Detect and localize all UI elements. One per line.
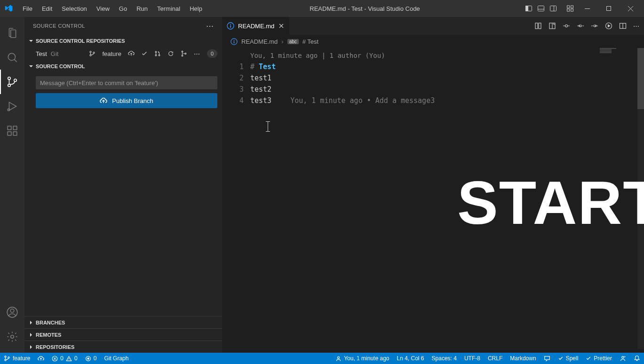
publish-branch-button[interactable]: Publish Branch — [36, 93, 217, 108]
menu-view[interactable]: View — [92, 0, 114, 17]
status-notifications-bell[interactable] — [630, 353, 644, 364]
layout-sidebar-right-icon[interactable] — [547, 0, 559, 17]
svg-rect-16 — [8, 126, 11, 130]
editor-actions: ⋯ — [533, 21, 644, 31]
section-repositories[interactable]: SOURCE CONTROL REPOSITORIES — [24, 35, 222, 47]
svg-rect-34 — [230, 25, 231, 28]
breadcrumb[interactable]: README.md › abc # Test — [222, 35, 644, 48]
window-close[interactable] — [620, 0, 641, 17]
status-spell[interactable]: Spell — [554, 353, 582, 364]
activity-extensions[interactable] — [0, 119, 24, 143]
editor-area: README.md ⋯ README.md › abc # Test — [222, 17, 644, 353]
chevron-right-icon: › — [281, 38, 283, 45]
status-position[interactable]: Ln 4, Col 6 — [393, 353, 428, 364]
activity-scm[interactable] — [0, 70, 24, 94]
menu-run[interactable]: Run — [132, 0, 152, 17]
breadcrumb-symbol[interactable]: # Test — [302, 38, 318, 45]
svg-rect-35 — [535, 23, 538, 29]
text-cursor — [268, 121, 268, 132]
section-remotes[interactable]: REMOTES — [24, 328, 222, 340]
svg-point-21 — [10, 309, 14, 313]
status-blame[interactable]: You, 1 minute ago — [332, 353, 393, 364]
vscode-logo — [0, 4, 18, 13]
activity-run-debug[interactable] — [0, 94, 24, 119]
menu-bar: File Edit Selection View Go Run Terminal… — [18, 0, 207, 17]
status-sync[interactable] — [34, 353, 48, 364]
commit-message-input[interactable]: Message (Ctrl+Enter to commit on 'featur… — [36, 76, 217, 89]
activity-explorer[interactable] — [0, 21, 24, 45]
status-prettier[interactable]: Prettier — [582, 353, 616, 364]
publish-branch-label: Publish Branch — [112, 97, 153, 104]
menu-selection[interactable]: Selection — [57, 0, 91, 17]
editor-more-icon[interactable]: ⋯ — [632, 22, 640, 31]
status-gitgraph[interactable]: Git Graph — [100, 353, 132, 364]
tree-icon[interactable] — [179, 50, 189, 57]
refresh-icon[interactable] — [166, 50, 175, 57]
svg-point-12 — [8, 77, 10, 79]
open-diff-icon[interactable] — [533, 21, 543, 31]
repo-row[interactable]: Test Git feature ⋯ 0 — [24, 47, 222, 60]
menu-help[interactable]: Help — [185, 0, 207, 17]
section-branches[interactable]: BRANCHES — [24, 316, 222, 328]
svg-point-11 — [8, 53, 15, 60]
svg-rect-18 — [13, 132, 17, 135]
svg-rect-2 — [538, 6, 544, 11]
svg-point-38 — [565, 25, 568, 27]
menu-go[interactable]: Go — [114, 0, 132, 17]
svg-point-15 — [8, 109, 9, 111]
overlay-text: START — [457, 167, 644, 238]
status-encoding[interactable]: UTF-8 — [461, 353, 484, 364]
status-feedback[interactable] — [540, 353, 554, 364]
symbol-badge: abc — [287, 39, 299, 44]
sidebar: SOURCE CONTROL ⋯ SOURCE CONTROL REPOSITO… — [24, 17, 222, 353]
chevron-right-icon — [28, 332, 34, 338]
status-language[interactable]: Markdown — [506, 353, 540, 364]
nav-forward-icon[interactable] — [590, 21, 599, 31]
branch-indicator[interactable] — [87, 50, 97, 57]
activity-search[interactable] — [0, 45, 24, 70]
repo-more-icon[interactable]: ⋯ — [192, 50, 201, 57]
sidebar-more-icon[interactable]: ⋯ — [206, 22, 214, 31]
info-icon — [231, 38, 238, 45]
svg-point-25 — [93, 52, 95, 54]
commit-check-icon[interactable] — [140, 50, 149, 57]
activity-accounts[interactable] — [0, 300, 24, 324]
open-preview-icon[interactable] — [548, 21, 557, 31]
minimap[interactable] — [600, 48, 637, 55]
window-maximize[interactable] — [598, 0, 620, 17]
run-icon[interactable] — [604, 21, 613, 31]
window-minimize[interactable] — [576, 0, 598, 17]
info-icon — [227, 22, 234, 30]
commit-circle-icon[interactable] — [562, 21, 571, 31]
breadcrumb-file[interactable]: README.md — [241, 38, 278, 45]
split-editor-icon[interactable] — [618, 21, 628, 31]
status-ports[interactable]: 0 — [81, 353, 101, 364]
customize-layout-icon[interactable] — [564, 0, 576, 17]
section-repositories-panel[interactable]: REPOSITORIES — [24, 340, 222, 353]
svg-point-28 — [159, 55, 160, 56]
activity-settings[interactable] — [0, 324, 24, 349]
cloud-upload-icon — [100, 97, 107, 104]
svg-rect-7 — [571, 6, 573, 8]
status-branch[interactable]: feature — [0, 353, 34, 364]
pull-request-icon[interactable] — [153, 50, 162, 57]
status-notifications-person[interactable] — [616, 353, 630, 364]
layout-sidebar-left-icon[interactable] — [523, 0, 535, 17]
nav-back-icon[interactable] — [576, 21, 585, 31]
status-spaces[interactable]: Spaces: 4 — [428, 353, 461, 364]
branch-name[interactable]: feature — [101, 50, 122, 57]
tab-close-icon[interactable] — [278, 23, 285, 29]
window-title: README.md - Test - Visual Studio Code — [207, 5, 523, 12]
menu-file[interactable]: File — [18, 0, 37, 17]
status-eol[interactable]: CRLF — [484, 353, 506, 364]
menu-edit[interactable]: Edit — [37, 0, 57, 17]
status-problems[interactable]: 0 0 — [48, 353, 81, 364]
section-scm[interactable]: SOURCE CONTROL — [24, 60, 222, 72]
layout-panel-icon[interactable] — [535, 0, 547, 17]
menu-terminal[interactable]: Terminal — [152, 0, 185, 17]
tab-readme[interactable]: README.md — [222, 17, 290, 35]
section-repositories-panel-label: REPOSITORIES — [36, 344, 74, 350]
publish-cloud-icon[interactable] — [127, 50, 136, 57]
svg-point-44 — [234, 40, 235, 40]
svg-point-22 — [11, 335, 14, 339]
